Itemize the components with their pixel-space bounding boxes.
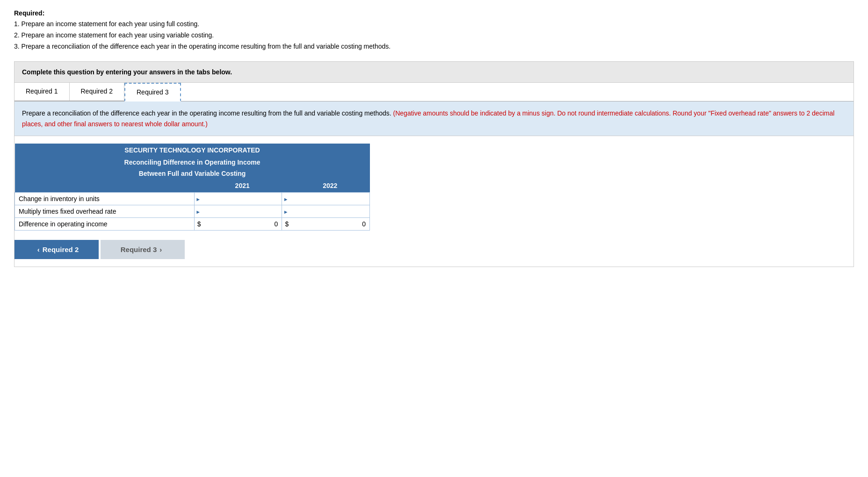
required-heading: Required: bbox=[14, 9, 854, 17]
row-difference-2021-value: 0 bbox=[203, 218, 282, 231]
row-inventory-2022-input[interactable] bbox=[290, 193, 369, 205]
row-inventory-2022-input-cell[interactable] bbox=[290, 193, 369, 205]
row-overhead-2021-input[interactable] bbox=[203, 205, 282, 217]
company-name: SECURITY TECHNOLOGY INCORPORATED bbox=[15, 144, 370, 157]
instruction-box: Complete this question by entering your … bbox=[14, 61, 854, 83]
row-inventory-2021-input[interactable] bbox=[203, 193, 282, 205]
tab-required-3[interactable]: Required 3 bbox=[124, 83, 181, 101]
tabs-row: Required 1 Required 2 Required 3 bbox=[14, 83, 854, 101]
reconciliation-table: SECURITY TECHNOLOGY INCORPORATED Reconci… bbox=[14, 144, 370, 231]
arrow-overhead-2022: ► bbox=[283, 209, 289, 215]
table-header-company: SECURITY TECHNOLOGY INCORPORATED bbox=[15, 144, 370, 157]
tab-content: Prepare a reconciliation of the differen… bbox=[14, 101, 854, 136]
row-difference-label: Difference in operating income bbox=[15, 218, 195, 231]
next-button[interactable]: Required 3 › bbox=[101, 240, 185, 259]
row-overhead-label: Multiply times fixed overhead rate bbox=[15, 205, 195, 218]
table-col-2021: 2021 bbox=[203, 179, 282, 193]
prev-button[interactable]: ‹ Required 2 bbox=[14, 240, 99, 259]
row-inventory-label: Change in inventory in units bbox=[15, 193, 195, 205]
table-section: SECURITY TECHNOLOGY INCORPORATED Reconci… bbox=[14, 136, 854, 267]
table-row-inventory: Change in inventory in units ► ► bbox=[15, 193, 370, 205]
table-subtitle2: Between Full and Variable Costing bbox=[15, 168, 370, 179]
table-col-2022: 2022 bbox=[290, 179, 369, 193]
table-row-overhead: Multiply times fixed overhead rate ► ► bbox=[15, 205, 370, 218]
tabs-container: Required 1 Required 2 Required 3 Prepare… bbox=[14, 83, 854, 267]
instruction-box-text: Complete this question by entering your … bbox=[22, 68, 232, 76]
dollar-sign-2021: $ bbox=[197, 220, 201, 228]
tab-required-2[interactable]: Required 2 bbox=[70, 83, 125, 101]
row-inventory-2021-input-cell[interactable] bbox=[203, 193, 282, 205]
row-overhead-2022-input[interactable] bbox=[290, 205, 369, 217]
required-item-3: 3. Prepare a reconciliation of the diffe… bbox=[14, 41, 854, 52]
tab-content-black: Prepare a reconciliation of the differen… bbox=[22, 109, 391, 117]
required-item-1: 1. Prepare an income statement for each … bbox=[14, 19, 854, 30]
arrow-inventory-2022: ► bbox=[283, 196, 289, 202]
dollar-sign-2022: $ bbox=[285, 220, 289, 228]
table-col-2022-spacer bbox=[282, 179, 290, 193]
tab-required-1[interactable]: Required 1 bbox=[14, 83, 70, 101]
row-overhead-2022-input-cell[interactable] bbox=[290, 205, 369, 218]
next-button-label: Required 3 bbox=[121, 246, 157, 253]
table-col-2021-spacer bbox=[194, 179, 203, 193]
prev-arrow-icon: ‹ bbox=[37, 246, 40, 253]
required-item-2: 2. Prepare an income statement for each … bbox=[14, 30, 854, 41]
arrow-overhead-2021: ► bbox=[195, 209, 201, 215]
row-overhead-2021-input-cell[interactable] bbox=[203, 205, 282, 218]
table-subtitle1: Reconciling Difference in Operating Inco… bbox=[15, 157, 370, 168]
arrow-inventory-2021: ► bbox=[195, 196, 201, 202]
required-list: 1. Prepare an income statement for each … bbox=[14, 19, 854, 52]
next-arrow-icon: › bbox=[159, 246, 162, 253]
table-header-subtitle1: Reconciling Difference in Operating Inco… bbox=[15, 157, 370, 168]
table-row-difference: Difference in operating income $ 0 $ 0 bbox=[15, 218, 370, 231]
table-col-label-header bbox=[15, 179, 195, 193]
table-header-years: 2021 2022 bbox=[15, 179, 370, 193]
nav-buttons: ‹ Required 2 Required 3 › bbox=[14, 240, 854, 267]
table-header-subtitle2: Between Full and Variable Costing bbox=[15, 168, 370, 179]
row-difference-2022-value: 0 bbox=[290, 218, 369, 231]
prev-button-label: Required 2 bbox=[43, 246, 79, 253]
